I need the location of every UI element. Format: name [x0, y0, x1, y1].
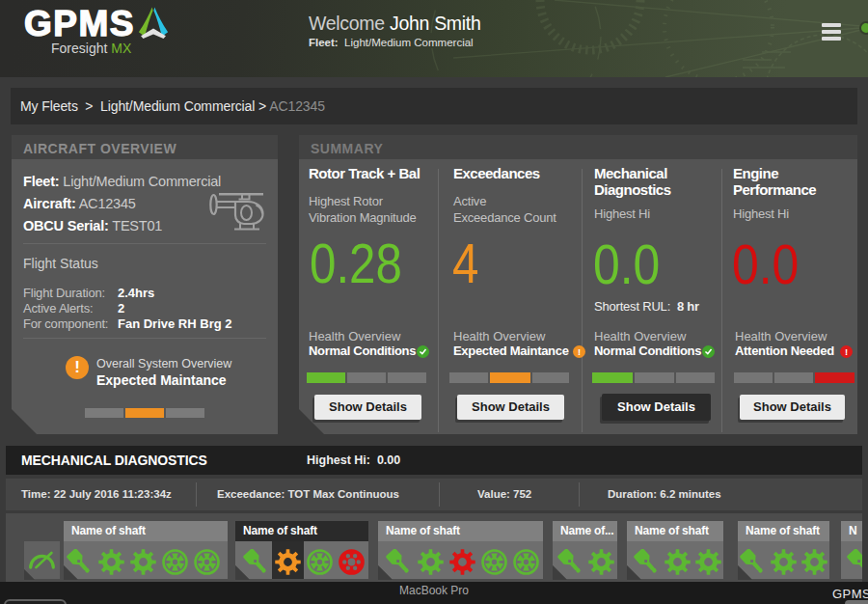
svg-text:!: ! — [578, 346, 581, 357]
svg-text:!: ! — [845, 346, 848, 357]
